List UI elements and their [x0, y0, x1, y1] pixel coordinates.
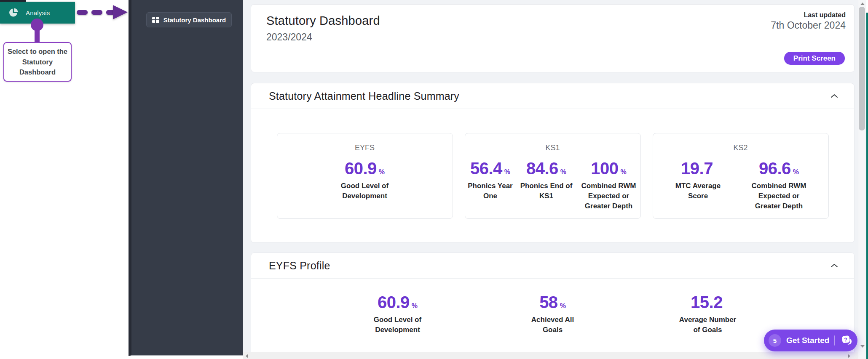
- stat-good-level-of-development: 60.9 % Good Level of Development: [320, 294, 475, 335]
- eyfs-collapse-button[interactable]: [828, 259, 841, 272]
- sidebar-item-label: Statutory Dashboard: [163, 16, 226, 24]
- stat-value: 96.6: [759, 160, 791, 177]
- stat-unit: %: [560, 302, 566, 310]
- dashboard-header-card: Statutory Dashboard 2023/2024 Last updat…: [251, 4, 855, 72]
- summary-section-header: Statutory Attainment Headline Summary: [251, 83, 854, 109]
- eyfs-section-header: EYFS Profile: [251, 253, 854, 279]
- stat-group-label: KS1: [465, 144, 640, 152]
- stat-caption: MTC Average Score: [671, 181, 726, 201]
- scroll-up-arrow-icon[interactable]: [860, 3, 865, 5]
- annotation-arrow-dash: [77, 10, 88, 15]
- stat-achieved-all-goals: 58 % Achieved All Goals: [475, 294, 630, 335]
- eyfs-profile-card: EYFS Profile 60.9 % Good Level of Develo…: [251, 253, 855, 352]
- page: Analysis Select to open the Statutory Da…: [0, 0, 868, 359]
- stat-value: 19.7: [681, 160, 713, 177]
- sidebar-item-statutory-dashboard[interactable]: Statutory Dashboard: [146, 12, 232, 27]
- annotation-note: Select to open the Statutory Dashboard: [3, 42, 72, 82]
- stat-caption: Phonics End of KS1: [519, 181, 574, 201]
- stat-value: 60.9: [345, 160, 377, 177]
- chevron-up-icon: [830, 94, 838, 98]
- get-started-label: Get Started: [786, 336, 829, 345]
- stat-caption: Achieved All Goals: [528, 315, 577, 335]
- stat-group-ks2: KS2 19.7 MTC Average Score 96.6: [653, 133, 829, 219]
- stat-value: 15.2: [691, 294, 723, 311]
- stat-caption: Phonics Year One: [465, 181, 516, 201]
- last-updated: Last updated 7th October 2024: [771, 11, 846, 31]
- stat-caption: Combined RWM Expected or Greater Depth: [747, 181, 811, 211]
- dashboard-table-icon: [152, 17, 159, 23]
- get-started-count-badge: 5: [769, 334, 781, 347]
- stat-group-eyfs: EYFS 60.9 % Good Level of Development: [277, 133, 453, 219]
- last-updated-date: 7th October 2024: [771, 20, 846, 31]
- stat-value: 100: [591, 160, 618, 177]
- annotation-arrow-head: [113, 5, 128, 19]
- stat-phonics-end-ks1: 84.6 % Phonics End of KS1: [519, 160, 574, 201]
- annotation-note-text: Select to open the Statutory Dashboard: [7, 46, 68, 77]
- scroll-left-arrow-icon[interactable]: [246, 354, 248, 358]
- help-question-icon: ?: [840, 333, 852, 348]
- page-edge-strip: [866, 13, 868, 359]
- pie-chart-icon: [8, 8, 19, 18]
- print-screen-button[interactable]: Print Screen: [784, 52, 845, 65]
- vertical-scrollbar-thumb[interactable]: [859, 7, 865, 130]
- scroll-down-arrow-icon[interactable]: [860, 345, 865, 348]
- academic-year: 2023/2024: [266, 32, 312, 43]
- stat-group-label: EYFS: [277, 144, 453, 152]
- stat-caption: Good Level of Development: [369, 315, 426, 335]
- stat-average-number-of-goals: 15.2 Average Number of Goals: [630, 294, 785, 335]
- stat-unit: %: [412, 302, 418, 310]
- summary-section-title: Statutory Attainment Headline Summary: [269, 90, 459, 102]
- main-content: Statutory Dashboard 2023/2024 Last updat…: [243, 0, 858, 352]
- stat-phonics-year-one: 56.4 % Phonics Year One: [465, 160, 516, 201]
- page-title: Statutory Dashboard: [266, 14, 380, 28]
- stat-value: 58: [539, 294, 558, 311]
- stat-unit: %: [621, 168, 627, 176]
- stat-combined-rwm-ks1: 100 % Combined RWM Expected or Greater D…: [577, 160, 640, 211]
- annotation-anchor-line: [35, 29, 40, 43]
- eyfs-section-title: EYFS Profile: [269, 260, 330, 272]
- stat-caption: Good Level of Development: [336, 181, 393, 201]
- stat-caption: Combined RWM Expected or Greater Depth: [577, 181, 640, 211]
- stat-good-level-of-development: 60.9 % Good Level of Development: [336, 160, 393, 201]
- stat-value: 60.9: [378, 294, 410, 311]
- annotation-arrow-dash: [91, 10, 102, 15]
- stat-unit: %: [793, 168, 799, 176]
- get-started-divider: [834, 335, 835, 346]
- stat-value: 84.6: [526, 160, 558, 177]
- scroll-right-arrow-icon[interactable]: [848, 354, 850, 358]
- get-started-button[interactable]: 5 Get Started ?: [764, 330, 857, 351]
- stat-unit: %: [379, 168, 385, 176]
- analysis-label: Analysis: [26, 9, 50, 16]
- summary-collapse-button[interactable]: [828, 90, 841, 102]
- eyfs-stats-row: 60.9 % Good Level of Development 58 % Ac…: [251, 294, 854, 335]
- stat-group-ks1: KS1 56.4 % Phonics Year One 84.6: [465, 133, 641, 219]
- stat-value: 56.4: [470, 160, 502, 177]
- summary-section-card: Statutory Attainment Headline Summary EY…: [251, 83, 855, 243]
- stat-unit: %: [504, 168, 510, 176]
- stat-mtc-average-score: 19.7 MTC Average Score: [671, 160, 726, 201]
- stat-group-label: KS2: [653, 144, 828, 152]
- stat-combined-rwm-ks2: 96.6 % Combined RWM Expected or Greater …: [747, 160, 811, 211]
- summary-groups-row: EYFS 60.9 % Good Level of Development KS…: [251, 133, 854, 219]
- horizontal-scrollbar[interactable]: [243, 352, 858, 359]
- stat-caption: Average Number of Goals: [677, 315, 738, 335]
- sidebar: Statutory Dashboard: [129, 0, 243, 356]
- last-updated-label: Last updated: [771, 11, 846, 19]
- stat-unit: %: [560, 168, 566, 176]
- chevron-up-icon: [830, 263, 838, 268]
